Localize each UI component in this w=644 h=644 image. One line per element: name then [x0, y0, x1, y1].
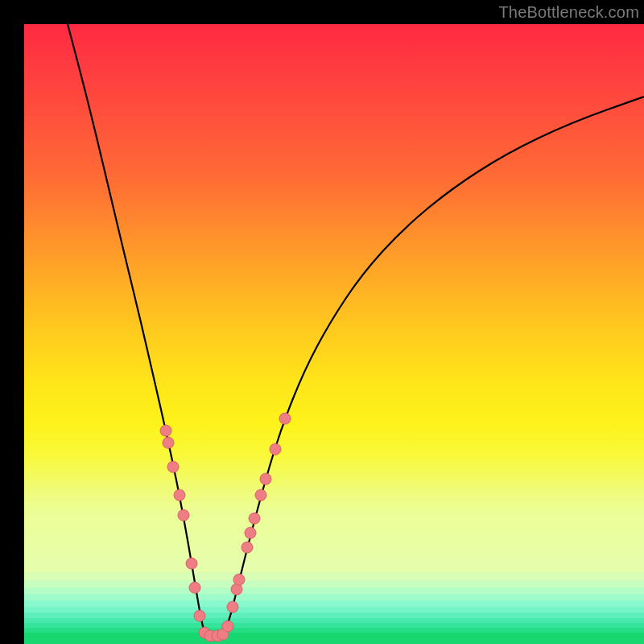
data-point	[279, 413, 291, 424]
data-point	[194, 610, 205, 621]
data-point	[242, 542, 253, 553]
chart-svg	[24, 24, 644, 644]
data-point	[222, 621, 233, 632]
data-point	[233, 574, 245, 585]
data-point	[167, 461, 179, 473]
data-point	[163, 437, 174, 448]
data-point	[245, 527, 256, 539]
data-point	[186, 558, 197, 569]
curve-right	[224, 97, 644, 636]
data-point	[255, 489, 266, 501]
data-point	[160, 425, 171, 436]
data-point	[178, 510, 189, 521]
chart-frame: TheBottleneck.com	[0, 0, 644, 644]
curve-group	[68, 24, 644, 636]
data-point	[174, 489, 185, 501]
data-point	[189, 582, 200, 593]
plot-area	[24, 24, 644, 644]
data-point	[260, 473, 271, 485]
data-point	[270, 444, 281, 455]
data-markers	[160, 413, 291, 642]
curve-left	[68, 24, 205, 636]
watermark-label: TheBottleneck.com	[498, 3, 639, 22]
data-point	[249, 513, 260, 524]
data-point	[227, 601, 238, 613]
